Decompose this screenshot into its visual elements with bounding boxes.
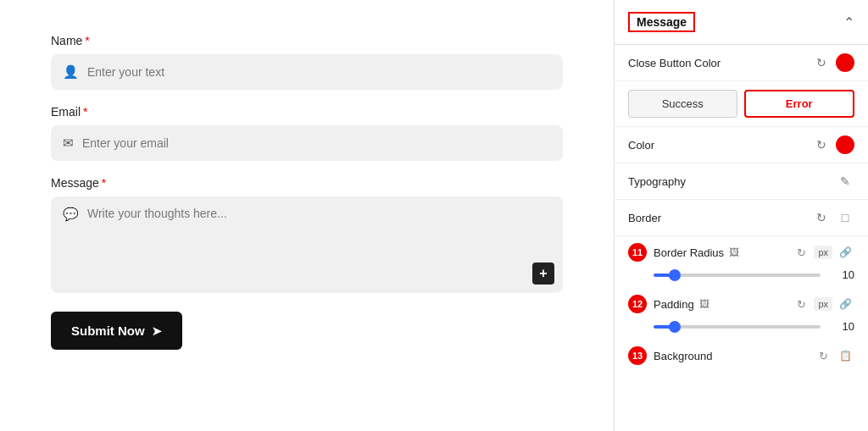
border-radius-label: Border Radius 🖼 xyxy=(654,246,739,259)
envelope-icon: ✉ xyxy=(63,135,74,151)
border-layout-button[interactable]: □ xyxy=(836,208,854,227)
color-label: Color xyxy=(628,139,654,152)
background-section: 13 Background ↻ 📋 xyxy=(615,340,868,368)
settings-title: Message xyxy=(628,12,695,32)
border-row: Border ↻ □ xyxy=(615,200,868,236)
email-field-group: Email* ✉ xyxy=(51,105,563,161)
copy-background-button[interactable]: 📋 xyxy=(836,346,854,365)
name-input[interactable] xyxy=(87,65,551,79)
padding-content: Padding 🖼 ↻ px 🔗 xyxy=(654,295,854,313)
form-panel: Name* 👤 Email* ✉ Message* 💬 + Submit Now… xyxy=(0,0,614,431)
collapse-icon[interactable]: ⌃ xyxy=(843,14,854,30)
border-radius-content: Border Radius 🖼 ↻ px 🔗 xyxy=(654,243,854,262)
reset-background-button[interactable]: ↻ xyxy=(814,346,832,365)
padding-section: 12 Padding 🖼 ↻ px 🔗 xyxy=(615,288,868,317)
reset-color-button[interactable]: ↻ xyxy=(812,135,831,154)
border-label: Border xyxy=(628,212,661,224)
close-button-color-label: Close Button Color xyxy=(628,57,721,69)
padding-slider-row: 10 xyxy=(615,317,868,340)
email-label: Email* xyxy=(51,105,563,119)
email-input[interactable] xyxy=(82,136,551,150)
border-radius-slider[interactable] xyxy=(654,274,821,277)
link-padding-button[interactable]: 🔗 xyxy=(836,295,854,313)
badge-12: 12 xyxy=(628,295,647,313)
padding-slider[interactable] xyxy=(654,325,821,329)
badge-11: 11 xyxy=(628,243,647,262)
background-content: Background ↻ 📋 xyxy=(654,346,854,365)
message-input-wrapper: 💬 + xyxy=(51,196,563,293)
chat-icon: 💬 xyxy=(63,207,79,222)
typography-row: Typography ✎ xyxy=(615,163,868,200)
color-swatch[interactable] xyxy=(836,135,854,154)
border-radius-value: 10 xyxy=(829,268,854,281)
submit-button[interactable]: Submit Now ➤ xyxy=(51,312,182,350)
padding-controls: ↻ px 🔗 xyxy=(792,295,854,313)
monitor-icon: 🖼 xyxy=(729,246,739,258)
message-field-group: Message* 💬 + xyxy=(51,176,563,293)
name-label: Name* xyxy=(51,34,563,47)
border-radius-controls: ↻ px 🔗 xyxy=(792,243,854,262)
monitor-icon-2: 🖼 xyxy=(699,298,709,310)
border-radius-slider-row: 10 xyxy=(615,265,868,288)
padding-px: px xyxy=(814,297,832,311)
background-label: Background xyxy=(654,350,712,362)
message-type-tabs: Success Error xyxy=(615,81,868,127)
message-label: Message* xyxy=(51,176,563,190)
background-controls: ↻ 📋 xyxy=(814,346,854,365)
settings-panel: Message ⌃ Close Button Color ↻ Success E… xyxy=(614,0,868,431)
close-button-color-swatch[interactable] xyxy=(836,53,854,72)
reset-border-button[interactable]: ↻ xyxy=(812,208,831,227)
error-tab[interactable]: Error xyxy=(744,90,855,118)
close-button-color-row: Close Button Color ↻ xyxy=(615,45,868,81)
settings-header: Message ⌃ xyxy=(615,0,868,45)
name-field-group: Name* 👤 xyxy=(51,34,563,90)
close-button-color-controls: ↻ xyxy=(812,53,854,72)
border-radius-px: px xyxy=(814,246,832,259)
arrow-icon: ➤ xyxy=(152,324,162,338)
email-input-wrapper: ✉ xyxy=(51,125,563,161)
typography-controls: ✎ xyxy=(836,172,854,191)
border-radius-section: 11 Border Radius 🖼 ↻ px 🔗 xyxy=(615,236,868,265)
color-controls: ↻ xyxy=(812,135,854,154)
border-controls: ↻ □ xyxy=(812,208,854,227)
message-textarea[interactable] xyxy=(87,207,551,283)
edit-typography-button[interactable]: ✎ xyxy=(836,172,854,191)
padding-label: Padding 🖼 xyxy=(654,298,709,311)
link-border-radius-button[interactable]: 🔗 xyxy=(836,243,854,262)
person-icon: 👤 xyxy=(63,64,79,80)
padding-value: 10 xyxy=(829,320,854,333)
success-tab[interactable]: Success xyxy=(628,90,737,118)
reset-border-radius-button[interactable]: ↻ xyxy=(792,243,810,262)
typography-label: Typography xyxy=(628,175,686,188)
name-input-wrapper: 👤 xyxy=(51,54,563,90)
reset-padding-button[interactable]: ↻ xyxy=(792,295,810,313)
color-row: Color ↻ xyxy=(615,127,868,163)
badge-13: 13 xyxy=(628,346,647,365)
add-button[interactable]: + xyxy=(532,262,554,285)
reset-close-button[interactable]: ↻ xyxy=(812,53,831,72)
